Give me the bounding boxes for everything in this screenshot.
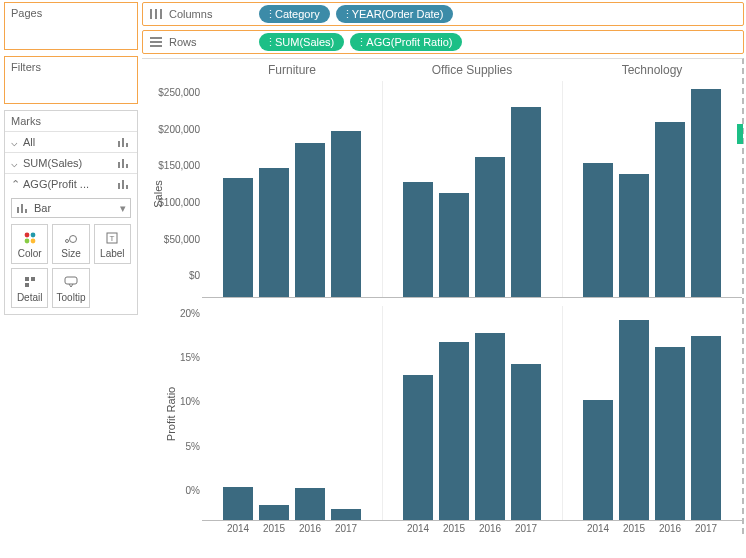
bar[interactable] (511, 364, 541, 521)
svg-rect-1 (122, 138, 124, 147)
bar[interactable] (619, 320, 649, 521)
x-tick: 2014 (583, 523, 613, 534)
svg-rect-25 (155, 9, 157, 19)
x-tick: 2014 (223, 523, 253, 534)
x-tick: 2016 (295, 523, 325, 534)
svg-point-13 (30, 232, 35, 237)
x-tick: 2015 (439, 523, 469, 534)
bar[interactable] (691, 89, 721, 298)
pill-sum-sales[interactable]: ⋮ SUM(Sales) (259, 33, 344, 51)
x-tick: 2015 (259, 523, 289, 534)
filters-shelf[interactable]: Filters (4, 56, 138, 104)
bar-icon (117, 177, 131, 191)
x-tick: 2017 (511, 523, 541, 534)
bar[interactable] (295, 488, 325, 521)
plot-ratio (202, 306, 742, 521)
bar[interactable] (223, 487, 253, 521)
pages-shelf[interactable]: Pages (4, 2, 138, 50)
svg-text:T: T (110, 234, 115, 243)
pill-kebab-icon: ⋮ (356, 36, 362, 49)
mark-btn-label: Color (18, 248, 42, 259)
workspace: Pages Filters Marks ⌵ All ⌵ SUM(Sales) (0, 0, 746, 536)
y-tick: $0 (189, 270, 200, 281)
facet (382, 306, 562, 521)
y-axis-ratio: 0% 5% 10% 15% 20% (160, 306, 202, 501)
bar[interactable] (331, 131, 361, 298)
pill-category[interactable]: ⋮ Category (259, 5, 330, 23)
facet-x: 2014201520162017 (562, 523, 742, 534)
x-tick: 2017 (691, 523, 721, 534)
svg-rect-8 (126, 185, 128, 189)
bar[interactable] (403, 375, 433, 521)
svg-rect-24 (150, 9, 152, 19)
y-tick: $100,000 (158, 196, 200, 207)
svg-rect-28 (150, 41, 162, 43)
chart-area[interactable]: Furniture Office Supplies Technology Sal… (142, 58, 744, 534)
chart-panel-ratio: Profit Ratio 0% 5% 10% 15% 20% (142, 306, 742, 521)
mark-type-dropdown[interactable]: Bar ▾ (11, 198, 131, 218)
svg-rect-22 (25, 283, 29, 287)
columns-label: Columns (169, 8, 213, 20)
facet-x: 2014201520162017 (382, 523, 562, 534)
mark-tooltip-button[interactable]: Tooltip (52, 268, 89, 308)
columns-icon (149, 9, 163, 19)
marks-row-sum[interactable]: ⌵ SUM(Sales) (5, 152, 137, 173)
side-panels: Pages Filters Marks ⌵ All ⌵ SUM(Sales) (0, 0, 140, 536)
marks-card: Marks ⌵ All ⌵ SUM(Sales) ⌃ AGG(Profit ..… (4, 110, 138, 315)
label-icon: T (106, 230, 118, 246)
svg-point-12 (24, 232, 29, 237)
mark-label-button[interactable]: T Label (94, 224, 131, 264)
svg-rect-26 (160, 9, 162, 19)
mark-btn-label: Label (100, 248, 124, 259)
rows-label: Rows (169, 36, 213, 48)
mark-type-label: Bar (34, 202, 51, 214)
bar[interactable] (259, 505, 289, 521)
bar[interactable] (439, 193, 469, 298)
facet (202, 306, 382, 521)
bar[interactable] (511, 107, 541, 298)
svg-rect-23 (65, 277, 77, 284)
svg-point-17 (69, 235, 76, 242)
size-icon (64, 230, 78, 246)
marks-title: Marks (5, 111, 137, 131)
plot-sales (202, 81, 742, 298)
bar[interactable] (403, 182, 433, 298)
bar[interactable] (295, 143, 325, 298)
bar[interactable] (619, 174, 649, 298)
bar[interactable] (691, 336, 721, 521)
marks-row-all[interactable]: ⌵ All (5, 131, 137, 152)
bar[interactable] (583, 400, 613, 521)
marks-row-agg[interactable]: ⌃ AGG(Profit ... (5, 173, 137, 194)
mark-detail-button[interactable]: Detail (11, 268, 48, 308)
y-tick: 5% (186, 440, 200, 451)
bar-icon (117, 156, 131, 170)
chart-panel-sales: Sales $0 $50,000 $100,000 $150,000 $200,… (142, 81, 742, 306)
bar[interactable] (475, 157, 505, 298)
bar[interactable] (583, 163, 613, 298)
svg-rect-6 (118, 183, 120, 189)
bar[interactable] (259, 168, 289, 298)
y-axis-sales: $0 $50,000 $100,000 $150,000 $200,000 $2… (160, 81, 202, 286)
columns-shelf[interactable]: Columns ⋮ Category ⋮ YEAR(Order Date) (142, 2, 744, 26)
tooltip-icon (64, 274, 78, 290)
x-axis: 2014201520162017201420152016201720142015… (202, 521, 742, 534)
pill-year-orderdate[interactable]: ⋮ YEAR(Order Date) (336, 5, 454, 23)
bar[interactable] (655, 347, 685, 521)
bar[interactable] (439, 342, 469, 521)
pill-label: SUM(Sales) (275, 36, 334, 48)
y-tick: $200,000 (158, 123, 200, 134)
rows-shelf[interactable]: Rows ⋮ SUM(Sales) ⋮ AGG(Profit Ratio) (142, 30, 744, 54)
bar[interactable] (655, 122, 685, 298)
pill-label: Category (275, 8, 320, 20)
chevron-down-icon: ▾ (120, 202, 126, 215)
facet-header: Furniture (202, 59, 382, 81)
bar[interactable] (223, 178, 253, 298)
chevron-down-icon: ⌵ (11, 157, 21, 170)
bar-icon (117, 135, 131, 149)
bar[interactable] (475, 333, 505, 521)
mark-color-button[interactable]: Color (11, 224, 48, 264)
mark-btn-label: Detail (17, 292, 43, 303)
y-tick: 15% (180, 352, 200, 363)
mark-size-button[interactable]: Size (52, 224, 89, 264)
pill-agg-profit-ratio[interactable]: ⋮ AGG(Profit Ratio) (350, 33, 462, 51)
